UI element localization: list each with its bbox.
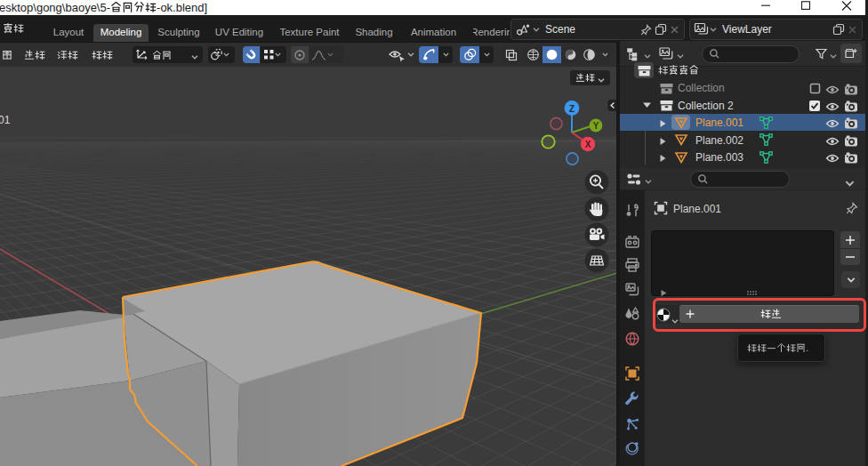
svg-text:Z: Z: [569, 104, 575, 114]
svg-text:X: X: [585, 140, 591, 149]
svg-text:Y: Y: [593, 121, 599, 131]
svg-text:01: 01: [0, 114, 11, 126]
